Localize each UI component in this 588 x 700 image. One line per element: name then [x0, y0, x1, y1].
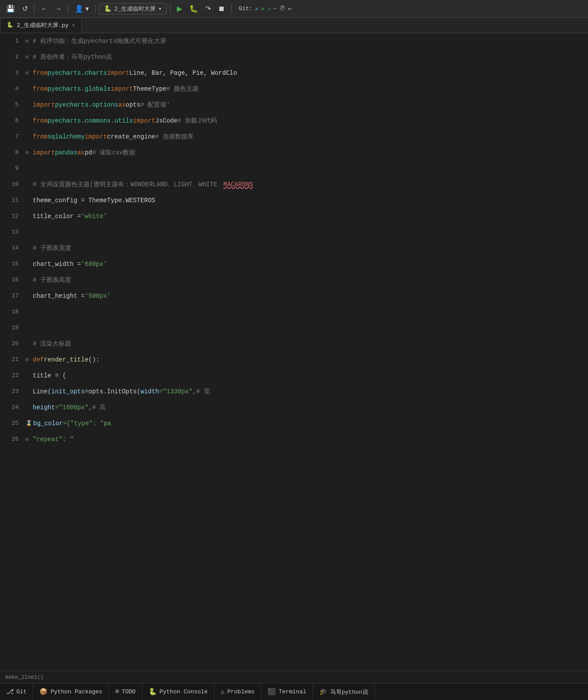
code-line-11: 11 theme_config = ThemeType.WESTEROS: [4, 192, 588, 208]
problems-icon: ⚠: [221, 688, 225, 696]
git-arrow-left-icon[interactable]: ←: [274, 5, 277, 12]
line-number-10: 10: [4, 177, 19, 192]
run-config-label: 2_生成临时大屏: [114, 5, 156, 13]
extra-icon: 🎓: [319, 688, 328, 696]
line-content-21: def render_title():: [33, 352, 99, 368]
code-content[interactable]: 1⊟# 程序功能：生成pyecharts拖拽式可视化大屏2⊟# 原创作者：马哥p…: [0, 33, 588, 671]
code-line-12: 12 title_color = 'white': [4, 208, 588, 224]
line-number-17: 17: [4, 288, 19, 304]
forward-button[interactable]: →: [52, 3, 65, 15]
run-config-dropdown[interactable]: 🐍 2_生成临时大屏 ▾: [99, 3, 166, 15]
code-line-9: 9: [4, 161, 588, 177]
separator-5: [231, 4, 232, 13]
git-check-icon-2[interactable]: ✔: [261, 5, 265, 12]
code-line-22: 22 title = (: [4, 368, 588, 384]
fold-icon-25[interactable]: ⌛: [26, 415, 32, 431]
line-number-12: 12: [4, 208, 19, 224]
run-button[interactable]: ▶: [174, 3, 185, 15]
line-number-20: 20: [4, 336, 19, 352]
git-check-icon-1[interactable]: ✔: [255, 5, 259, 12]
code-line-16: 16 # 子图表高度: [4, 272, 588, 288]
line-content-17: chart_height = '500px': [33, 288, 111, 304]
separator-2: [68, 4, 69, 13]
status-terminal[interactable]: ⬛ Terminal: [261, 684, 313, 700]
git-arrow-up-icon[interactable]: ↗: [267, 5, 271, 12]
line-number-23: 23: [4, 384, 19, 400]
separator-1: [34, 4, 34, 13]
fold-icon-26[interactable]: ⊟: [26, 431, 32, 447]
editor-area: 1⊟# 程序功能：生成pyecharts拖拽式可视化大屏2⊟# 原创作者：马哥p…: [0, 33, 588, 671]
fold-icon-1[interactable]: ⊟: [26, 33, 32, 49]
line-content-26: "repeat": ": [33, 431, 73, 447]
line-number-11: 11: [4, 192, 19, 208]
status-problems[interactable]: ⚠ Problems: [214, 684, 261, 700]
line-number-18: 18: [4, 304, 19, 320]
line-content-11: theme_config = ThemeType.WESTEROS: [33, 192, 155, 208]
status-todo[interactable]: ≡ TODO: [109, 684, 142, 700]
step-button[interactable]: ↷: [202, 3, 214, 15]
separator-3: [95, 4, 95, 13]
line-number-13: 13: [4, 224, 19, 240]
status-python-packages[interactable]: 📦 Python Packages: [33, 684, 109, 700]
line-number-22: 22: [4, 368, 19, 384]
status-git[interactable]: ⎇ Git: [0, 684, 33, 700]
code-line-17: 17 chart_height = '500px': [4, 288, 588, 304]
status-python-console[interactable]: 🐍 Python Console: [142, 684, 214, 700]
stop-button[interactable]: ⏹: [215, 3, 228, 15]
fold-icon-21[interactable]: ⊟: [26, 352, 32, 368]
python-console-icon: 🐍: [149, 688, 157, 696]
python-packages-icon: 📦: [39, 688, 48, 696]
code-line-23: 23 Line(init_opts=opts.InitOpts(width="1…: [4, 384, 588, 400]
status-bar: ⎇ Git 📦 Python Packages ≡ TODO 🐍 Python …: [0, 683, 588, 700]
code-line-10: 10 # 全局设置颜色主题(透明主题有：WONDERLAND、LIGHT、WHI…: [4, 177, 588, 192]
line-content-6: from pyecharts.commons.utils import JsCo…: [33, 113, 217, 129]
user-button[interactable]: 👤 ▾: [72, 3, 92, 15]
terminal-label: Terminal: [279, 688, 306, 695]
tab-python-icon: 🐍: [7, 22, 13, 28]
line-content-23: Line(init_opts=opts.InitOpts(width="1330…: [33, 384, 210, 400]
code-line-7: 7 from sqlalchemy import create_engine #…: [4, 129, 588, 145]
fold-icon-8[interactable]: ⊟: [26, 145, 32, 161]
code-line-24: 24 height="1600px", # 高: [4, 400, 588, 415]
tab-close-icon[interactable]: ✕: [72, 22, 75, 28]
fold-icon-3[interactable]: ⊟: [26, 65, 32, 81]
todo-icon: ≡: [115, 688, 119, 696]
terminal-icon: ⬛: [267, 688, 276, 696]
line-content-12: title_color = 'white': [33, 208, 107, 224]
line-number-5: 5: [4, 97, 19, 113]
save-button[interactable]: 💾: [4, 3, 18, 15]
tab-filename: 2_生成临时大屏.py: [17, 21, 69, 29]
line-number-24: 24: [4, 400, 19, 415]
code-line-15: 15 chart_width = '680px': [4, 256, 588, 272]
fold-icon-2[interactable]: ⊟: [26, 49, 32, 65]
git-section: Git: ✔ ✔ ↗ ← ⏱ ↩: [239, 5, 291, 12]
line-content-25: bg_color={"type": "pa: [33, 415, 111, 431]
code-line-3: 3⊟from pyecharts.charts import Line, Bar…: [4, 65, 588, 81]
toolbar: 💾 ↺ ← → 👤 ▾ 🐍 2_生成临时大屏 ▾ ▶ 🐛 ↷ ⏹ Git: ✔ …: [0, 0, 588, 18]
back-button[interactable]: ←: [38, 3, 50, 15]
line-content-10: # 全局设置颜色主题(透明主题有：WONDERLAND、LIGHT、WHITE、…: [33, 177, 253, 192]
line-number-8: 8: [4, 145, 19, 161]
line-number-2: 2: [4, 49, 19, 65]
line-content-24: height="1600px", # 高: [33, 400, 106, 415]
tab-main-file[interactable]: 🐍 2_生成临时大屏.py ✕: [0, 18, 82, 33]
line-number-6: 6: [4, 113, 19, 129]
line-number-9: 9: [4, 161, 19, 177]
debug-button[interactable]: 🐛: [187, 3, 201, 15]
line-content-5: import pyecharts.options as opts # 配置项': [33, 97, 170, 113]
bottom-info-bar: make_line1(): [0, 671, 588, 683]
code-line-25: 25⌛ bg_color={"type": "pa: [4, 415, 588, 431]
status-extra[interactable]: 🎓 马哥python说: [313, 684, 375, 700]
refresh-button[interactable]: ↺: [19, 3, 31, 15]
git-undo-icon[interactable]: ↩: [288, 5, 291, 12]
line-number-7: 7: [4, 129, 19, 145]
git-clock-icon[interactable]: ⏱: [279, 5, 285, 12]
git-status-label: Git: [16, 688, 27, 695]
line-number-21: 21: [4, 352, 19, 368]
code-line-19: 19: [4, 320, 588, 336]
code-line-18: 18: [4, 304, 588, 320]
line-number-26: 26: [4, 431, 19, 447]
line-content-1: # 程序功能：生成pyecharts拖拽式可视化大屏: [33, 33, 166, 49]
line-content-4: from pyecharts.globals import ThemeType …: [33, 81, 199, 97]
line-content-14: # 子图表宽度: [33, 240, 71, 256]
